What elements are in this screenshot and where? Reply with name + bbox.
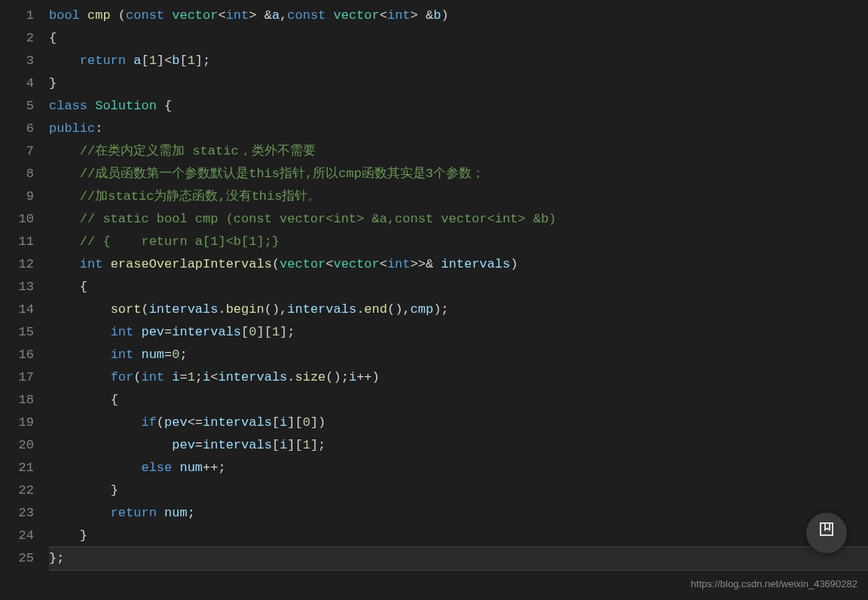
code-line[interactable]: //在类内定义需加 static，类外不需要: [49, 140, 868, 163]
line-number: 21: [0, 457, 34, 479]
code-line[interactable]: {: [49, 389, 868, 412]
line-number: 6: [0, 118, 34, 140]
code-line[interactable]: if(pev<=intervals[i][0]): [49, 412, 868, 434]
code-line[interactable]: // static bool cmp (const vector<int> &a…: [49, 208, 868, 231]
code-line[interactable]: public:: [49, 118, 868, 140]
code-line[interactable]: return a[1]<b[1];: [49, 50, 868, 72]
line-number: 25: [0, 547, 34, 570]
line-number: 8: [0, 163, 34, 185]
line-number: 10: [0, 208, 34, 231]
line-number: 11: [0, 231, 34, 253]
line-number: 24: [0, 525, 34, 547]
code-line-active[interactable]: };: [49, 546, 868, 571]
code-content[interactable]: bool cmp (const vector<int> &a,const vec…: [49, 0, 868, 600]
line-number: 7: [0, 140, 34, 163]
code-line[interactable]: int pev=intervals[0][1];: [49, 321, 868, 344]
code-line[interactable]: //加static为静态函数,没有this指针。: [49, 185, 868, 208]
code-line[interactable]: else num++;: [49, 457, 868, 479]
code-line[interactable]: class Solution {: [49, 95, 868, 118]
line-number: 15: [0, 321, 34, 344]
line-number: 3: [0, 50, 34, 72]
code-line[interactable]: sort(intervals.begin(),intervals.end(),c…: [49, 298, 868, 321]
watermark-text: https://blog.csdn.net/weixin_43690282: [691, 573, 857, 595]
code-line[interactable]: }: [49, 72, 868, 95]
line-number: 1: [0, 5, 34, 27]
line-number: 4: [0, 72, 34, 95]
line-number-gutter: 1 2 3 4 5 6 7 8 9 10 11 12 13 14 15 16 1…: [0, 0, 49, 600]
code-line[interactable]: //成员函数第一个参数默认是this指针,所以cmp函数其实是3个参数；: [49, 163, 868, 185]
line-number: 12: [0, 253, 34, 276]
line-number: 19: [0, 412, 34, 434]
line-number: 23: [0, 502, 34, 525]
line-number: 20: [0, 434, 34, 457]
code-line[interactable]: {: [49, 27, 868, 50]
line-number: 14: [0, 298, 34, 321]
code-line[interactable]: // { return a[1]<b[1];}: [49, 231, 868, 253]
line-number: 18: [0, 389, 34, 412]
code-line[interactable]: }: [49, 479, 868, 502]
line-number: 2: [0, 27, 34, 50]
code-line[interactable]: for(int i=1;i<intervals.size();i++): [49, 366, 868, 389]
code-line[interactable]: }: [49, 525, 868, 547]
code-line[interactable]: int num=0;: [49, 344, 868, 366]
line-number: 5: [0, 95, 34, 118]
line-number: 16: [0, 344, 34, 366]
code-line[interactable]: return num;: [49, 502, 868, 525]
line-number: 13: [0, 276, 34, 298]
bookmark-button[interactable]: [806, 513, 847, 553]
code-editor: 1 2 3 4 5 6 7 8 9 10 11 12 13 14 15 16 1…: [0, 0, 868, 600]
code-line[interactable]: bool cmp (const vector<int> &a,const vec…: [49, 5, 868, 27]
code-line[interactable]: pev=intervals[i][1];: [49, 434, 868, 457]
line-number: 9: [0, 185, 34, 208]
bookmark-icon: [818, 520, 836, 546]
line-number: 22: [0, 479, 34, 502]
code-line[interactable]: int eraseOverlapIntervals(vector<vector<…: [49, 253, 868, 276]
line-number: 17: [0, 366, 34, 389]
code-line[interactable]: {: [49, 276, 868, 298]
